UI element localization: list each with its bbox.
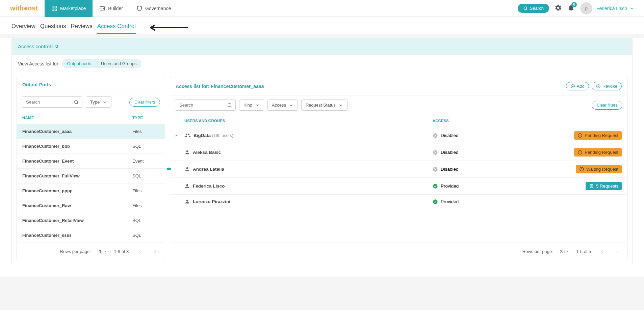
access-row[interactable]: Lorenzo Pirazzini Provided xyxy=(170,194,627,208)
svg-rect-2 xyxy=(52,9,54,10)
right-search-input[interactable] xyxy=(175,100,236,111)
person-icon xyxy=(184,149,190,155)
right-search xyxy=(175,100,236,111)
output-port-row[interactable]: FinanceCustomer_aaaaFiles xyxy=(17,124,165,139)
access-status: Disabled xyxy=(433,167,561,172)
left-panel-title: Output Ports xyxy=(22,82,51,87)
plus-circle-icon xyxy=(570,84,575,89)
request-status-filter[interactable]: Request Status xyxy=(301,100,347,111)
access-filter[interactable]: Access xyxy=(267,100,298,111)
access-row[interactable]: Federica Lisco Provided 5 Requests xyxy=(170,177,627,194)
shield-icon xyxy=(136,5,143,11)
access-row[interactable]: Andrea Latella Disabled Waiting Request xyxy=(170,161,627,177)
tab-reviews[interactable]: Reviews xyxy=(71,23,92,34)
col-type-header[interactable]: TYPE xyxy=(132,116,159,120)
chevron-down-icon xyxy=(630,6,634,10)
right-pagination: Rows per page: 25 1-5 of 5 ‹ › xyxy=(170,243,627,260)
nav-governance[interactable]: Governance xyxy=(130,0,178,17)
dropdown-arrow-icon xyxy=(566,250,569,253)
port-type: Files xyxy=(132,188,159,193)
settings-button[interactable] xyxy=(555,4,562,13)
output-port-row[interactable]: FinanceCustomer_EventEvent xyxy=(17,153,165,168)
chevron-down-icon xyxy=(255,103,260,108)
person-icon xyxy=(184,183,190,189)
user-name-cell: Federica Lisco xyxy=(184,183,433,189)
notifications-button[interactable]: 6 xyxy=(567,4,575,13)
revoke-button[interactable]: Revoke xyxy=(592,82,622,90)
svg-point-9 xyxy=(228,103,231,106)
chevron-down-icon xyxy=(338,103,343,108)
info-icon xyxy=(577,150,583,155)
page-range: 1-5 of 5 xyxy=(576,249,591,254)
left-clear-filters[interactable]: Clear filters xyxy=(129,98,160,107)
expand-toggle[interactable]: ▸ xyxy=(176,133,184,138)
port-type: SQL xyxy=(132,144,159,149)
col-access-header[interactable]: ACCESS xyxy=(433,119,561,123)
port-name: FinanceCustomer_Raw xyxy=(22,203,132,208)
avatar[interactable]: p xyxy=(580,2,592,15)
check-icon xyxy=(433,199,438,204)
pill-users-groups[interactable]: Users and Groups xyxy=(96,59,141,68)
request-chip[interactable]: 5 Requests xyxy=(586,182,622,190)
output-port-row[interactable]: FinanceCustomer_RawFiles xyxy=(17,198,165,213)
tab-access-control[interactable]: Access Control xyxy=(97,23,136,34)
request-chip[interactable]: Waiting Request xyxy=(576,165,622,173)
page-range: 1-8 of 8 xyxy=(114,249,129,254)
port-name: FinanceCustomer_aaaa xyxy=(22,129,132,134)
output-port-row[interactable]: FinanceCustomer_RetailViewSQL xyxy=(17,213,165,228)
group-icon xyxy=(184,132,191,139)
output-port-row[interactable]: FinanceCustomer_FullViewSQL xyxy=(17,168,165,183)
port-name: FinanceCustomer_pppp xyxy=(22,188,132,193)
access-row[interactable]: Aleksa Basic Disabled Pending Request xyxy=(170,144,627,161)
svg-rect-3 xyxy=(55,9,57,10)
output-port-row[interactable]: FinanceCustomer_ppppFiles xyxy=(17,183,165,198)
view-for-row: View Access list for: Output ports Users… xyxy=(11,55,633,72)
dropdown-arrow-icon xyxy=(104,250,107,253)
request-chip[interactable]: Pending Request xyxy=(574,131,622,140)
prev-page-button[interactable]: ‹ xyxy=(135,247,144,256)
next-page-button[interactable]: › xyxy=(613,247,622,256)
logo[interactable]: witb●ost xyxy=(3,4,45,12)
user-name-cell: Aleksa Basic xyxy=(184,149,433,155)
tab-questions[interactable]: Questions xyxy=(40,23,66,34)
col-users-header[interactable]: USERS AND GROUPS xyxy=(184,119,433,123)
chevron-down-icon xyxy=(102,100,107,105)
output-port-row[interactable]: FinanceCustomer_ssssSQL xyxy=(17,228,165,243)
nav-builder[interactable]: Builder xyxy=(93,0,130,17)
tab-overview[interactable]: Overview xyxy=(11,23,35,34)
code-icon xyxy=(99,5,105,11)
access-row[interactable]: ▸ BigData (190 users) Disabled Pending R… xyxy=(170,127,627,144)
nav-marketplace[interactable]: Marketplace xyxy=(45,0,93,17)
left-type-filter[interactable]: Type xyxy=(86,96,111,108)
port-name: FinanceCustomer_FullView xyxy=(22,173,132,178)
rpp-select[interactable]: 25 xyxy=(98,249,107,254)
global-search-button[interactable]: Search xyxy=(518,4,549,13)
chevron-down-icon xyxy=(289,103,293,108)
view-toggle: Output ports Users and Groups xyxy=(62,59,141,68)
search-icon xyxy=(74,100,79,105)
top-nav: witb●ost Marketplace Builder Governance … xyxy=(0,0,644,17)
search-icon xyxy=(523,6,528,11)
notif-badge: 6 xyxy=(571,2,577,7)
user-menu[interactable]: Federica Lisco xyxy=(596,6,634,11)
rpp-select[interactable]: 25 xyxy=(560,249,569,254)
right-clear-filters[interactable]: Clear filters xyxy=(592,101,622,110)
annotation-arrow-icon xyxy=(147,24,188,31)
pill-output-ports[interactable]: Output ports xyxy=(62,59,96,68)
access-status: Provided xyxy=(433,184,561,189)
output-port-row[interactable]: FinanceCustomer_bbbSQL xyxy=(17,139,165,153)
left-search-input[interactable] xyxy=(22,96,82,108)
add-button[interactable]: Add xyxy=(566,82,589,90)
port-type: SQL xyxy=(132,218,159,223)
next-page-button[interactable]: › xyxy=(151,247,159,256)
search-icon xyxy=(227,103,232,108)
apps-icon xyxy=(51,5,57,11)
col-name-header[interactable]: NAME xyxy=(22,116,132,120)
request-chip[interactable]: Pending Request xyxy=(574,148,622,157)
kind-filter[interactable]: Kind xyxy=(239,100,264,111)
port-type: Files xyxy=(132,203,159,208)
port-name: FinanceCustomer_bbb xyxy=(22,144,132,149)
prev-page-button[interactable]: ‹ xyxy=(598,247,606,256)
access-status: Disabled xyxy=(433,133,561,138)
port-name: FinanceCustomer_ssss xyxy=(22,233,132,238)
